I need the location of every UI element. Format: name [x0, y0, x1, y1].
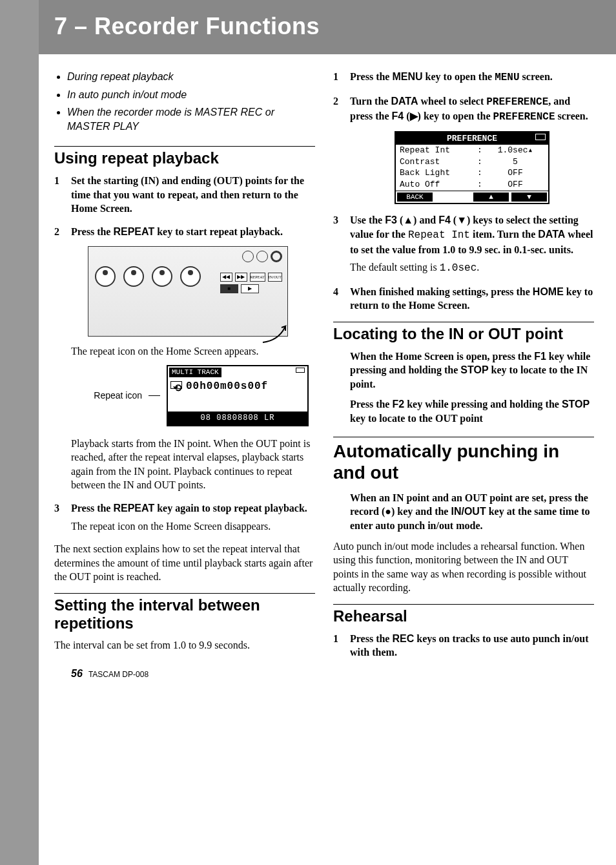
- step-text: Turn the DATA wheel to select PREFERENCE…: [350, 96, 588, 122]
- softkey-back: BACK: [397, 193, 433, 202]
- selected-value: 1.0sec: [498, 145, 528, 155]
- key-f1: F1: [534, 351, 546, 362]
- key-f4: F4: [392, 110, 404, 121]
- pref-row-back-light: Back Light:OFF: [396, 167, 548, 179]
- step-text: Set the starting (IN) and ending (OUT) p…: [71, 175, 304, 214]
- bullet-item: In auto punch in/out mode: [67, 88, 315, 102]
- locate-in-instruction: When the Home Screen is open, press the …: [350, 349, 594, 391]
- steps-preference: Press the MENU key to open the MENU scre…: [333, 70, 594, 313]
- jog-wheel-icon: [271, 251, 282, 262]
- key-data: DATA: [538, 229, 565, 240]
- step-text: Use the F3 (▲) and F4 (▼) keys to select…: [350, 214, 593, 255]
- step-text: When finished making settings, press the…: [350, 286, 593, 311]
- heading-auto-punch: Automatically punching in and out: [333, 437, 594, 483]
- step-4: When finished making settings, press the…: [333, 285, 594, 313]
- repeat-glyph-icon: ⟲: [170, 381, 182, 389]
- heading-interval: Setting the interval between repetitions: [54, 593, 315, 632]
- key-f2: F2: [392, 399, 404, 410]
- knob-icon: [242, 251, 254, 262]
- auto-punch-paragraph: Auto punch in/out mode includes a rehear…: [333, 539, 594, 595]
- step-1: Press the MENU key to open the MENU scre…: [333, 70, 594, 85]
- key-stop: STOP: [562, 399, 590, 410]
- step-note: The default setting is 1.0sec.: [350, 260, 594, 276]
- heading-locating: Locating to the IN or OUT point: [333, 322, 594, 343]
- chapter-header: 7 – Recorder Functions: [39, 0, 616, 54]
- level-dial-icon: [123, 266, 144, 287]
- level-dial-icon: [95, 266, 116, 287]
- level-dial-icon: [152, 266, 172, 287]
- pref-row-auto-off: Auto Off:OFF: [396, 179, 548, 191]
- screen-preference: PREFERENCE: [493, 111, 555, 123]
- auto-punch-lead: When an IN point and an OUT point are se…: [350, 491, 594, 533]
- model-name: TASCAM DP-008: [88, 670, 149, 679]
- pref-row-repeat-int: Repeat Int:1.0sec▴: [396, 145, 548, 156]
- lcd-header: PREFERENCE: [396, 132, 548, 145]
- pointer-arrow-icon: [260, 313, 292, 346]
- softkey-down-icon: ▼: [511, 193, 547, 202]
- key-data: DATA: [391, 96, 418, 107]
- steps-rehearsal: Press the REC keys on tracks to use auto…: [333, 632, 594, 660]
- screen-preference: PREFERENCE: [486, 96, 548, 108]
- battery-icon: [296, 368, 305, 373]
- item-repeat-int: Repeat Int: [408, 229, 470, 241]
- lcd-time-counter: ⟲00h00m00s00f: [168, 379, 307, 395]
- top-knobs: [242, 251, 282, 262]
- page-footer: 56 TASCAM DP-008: [54, 668, 315, 680]
- step-1: Press the REC keys on tracks to use auto…: [333, 632, 594, 660]
- step-text: Press the REPEAT key to start repeat pla…: [71, 226, 283, 237]
- key-f3: F3: [385, 214, 397, 225]
- locate-out-instruction: Press the F2 key while pressing and hold…: [350, 397, 594, 425]
- step-2: Press the REPEAT key to start repeat pla…: [54, 225, 315, 492]
- lcd-softkeys: BACK ▲ ▼: [396, 191, 548, 203]
- steps-repeat: Set the starting (IN) and ending (OUT) p…: [54, 174, 315, 533]
- context-bullets: During repeat playback In auto punch in/…: [67, 70, 315, 133]
- lcd-meter-area: [168, 395, 307, 412]
- leader-line: [149, 395, 160, 396]
- key-in-out: IN/OUT: [451, 506, 486, 517]
- step-1: Set the starting (IN) and ending (OUT) p…: [54, 174, 315, 216]
- pref-row-contrast: Contrast:5: [396, 156, 548, 168]
- step-3: Press the REPEAT key again to stop repea…: [54, 501, 315, 533]
- chapter-title: 7 – Recorder Functions: [54, 13, 601, 40]
- preference-screen-lcd: PREFERENCE Repeat Int:1.0sec▴ Contrast:5…: [395, 131, 549, 205]
- step-note: The repeat icon on the Home Screen disap…: [71, 519, 315, 534]
- step-text: Press the REC keys on tracks to use auto…: [350, 633, 589, 658]
- key-repeat: REPEAT: [113, 503, 154, 514]
- softkey-up-icon: ▲: [473, 193, 509, 202]
- page-number: 56: [71, 668, 83, 679]
- heading-rehearsal: Rehearsal: [333, 604, 594, 625]
- step-text: Press the MENU key to open the MENU scre…: [350, 71, 553, 82]
- step-text: Press the REPEAT key again to stop repea…: [71, 503, 307, 514]
- key-rec: REC: [392, 633, 414, 644]
- device-panel-illustration: ◀◀▶▶REPEATIN/OUT ■▶: [88, 246, 288, 337]
- paragraph-interval-range: The interval can be set from 1.0 to 9.9 …: [54, 638, 315, 652]
- step-2: Turn the DATA wheel to select PREFERENCE…: [333, 94, 594, 205]
- step-note: The repeat icon on the Home Screen appea…: [71, 344, 315, 359]
- screen-menu: MENU: [495, 72, 519, 83]
- right-column: Press the MENU key to open the MENU scre…: [333, 70, 594, 680]
- left-column: During repeat playback In auto punch in/…: [54, 70, 315, 680]
- key-stop: STOP: [460, 364, 488, 375]
- key-home: HOME: [533, 286, 564, 297]
- bullet-item: During repeat playback: [67, 70, 315, 84]
- level-dial-icon: [180, 266, 201, 287]
- battery-icon: [535, 134, 546, 140]
- lcd-mode-title: MULTI TRACK: [169, 368, 221, 377]
- repeat-icon-figure: Repeat icon MULTI TRACK ⟲00h00m00s00f 08…: [71, 365, 315, 426]
- lcd-track-indicators: 08 08808808 LR: [168, 412, 307, 424]
- step-3: Use the F3 (▲) and F4 (▼) keys to select…: [333, 213, 594, 275]
- page-side-bar: [0, 0, 39, 680]
- bullet-item: When the recorder mode is MASTER REC or …: [67, 105, 315, 133]
- step-note: Playback starts from the IN point. When …: [71, 437, 315, 492]
- knob-icon: [256, 251, 268, 262]
- default-value: 1.0sec: [440, 262, 477, 274]
- transport-buttons: ◀◀▶▶REPEATIN/OUT ■▶: [220, 273, 282, 296]
- device-figure: ◀◀▶▶REPEATIN/OUT ■▶: [88, 246, 288, 337]
- key-f4: F4: [438, 214, 451, 225]
- key-repeat: REPEAT: [113, 226, 154, 237]
- repeat-icon-label: Repeat icon: [71, 390, 142, 402]
- softkey-blank: [435, 193, 471, 202]
- heading-using-repeat: Using repeat playback: [54, 146, 315, 167]
- home-screen-lcd: MULTI TRACK ⟲00h00m00s00f 08 08808808 LR: [167, 365, 309, 426]
- paragraph-next-section: The next section explains how to set the…: [54, 542, 315, 584]
